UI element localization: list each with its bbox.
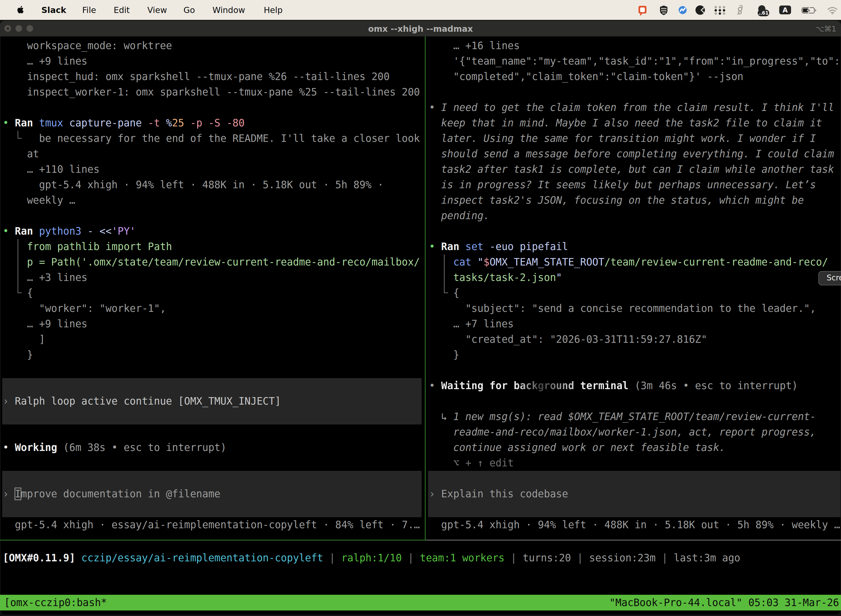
svg-text:A: A	[782, 6, 788, 14]
menu-item-view[interactable]: View	[147, 0, 167, 20]
moon-circle-icon[interactable]	[695, 5, 705, 15]
terminal-row: ↳ 1 new msg(s): read $OMX_TEAM_STATE_ROO…	[429, 409, 816, 424]
terminal-row: • Ran tmux capture-pane -t %25 -p -S -80	[3, 115, 245, 131]
terminal-row: • Ran set -euo pipefail	[429, 239, 568, 254]
terminal-row: p = Path('.omx/state/team/review-current…	[3, 254, 420, 270]
terminal-row: later. Using the same for transition mig…	[429, 131, 816, 146]
omx-status-line: [OMX#0.11.9] cczip/essay/ai-reimplementa…	[3, 550, 740, 566]
terminal-row: inspect_worker-1: omx sparkshell --tmux-…	[3, 84, 420, 100]
terminal-row: … +9 lines	[3, 54, 88, 69]
terminal-row: inspect_hud: omx sparkshell --tmux-pane …	[3, 69, 390, 84]
window-title: omx --xhigh --madmax	[0, 21, 841, 37]
tooltip-label: Scre	[827, 273, 841, 282]
pane-border-right	[425, 540, 841, 540]
terminal-row: pending.	[429, 208, 489, 224]
terminal-row: workspace_mode: worktree	[3, 38, 172, 54]
terminal-row: "worker": "worker-1",	[3, 301, 166, 316]
terminal-row: ]	[3, 332, 45, 347]
svg-text:..61: ..61	[759, 10, 769, 16]
wifi-icon[interactable]	[828, 7, 837, 14]
menu-item-file[interactable]: File	[82, 0, 96, 20]
desktop: Slack File Edit View Go Window Help	[0, 0, 841, 616]
dots-grid-icon[interactable]	[714, 6, 725, 15]
terminal-row: inspect task2's JSON, focusing on the st…	[429, 193, 804, 208]
battery-charging-icon[interactable]	[801, 7, 816, 13]
menu-bar: Slack File Edit View Go Window Help	[0, 0, 841, 20]
terminal-row: "created_at": "2026-03-31T11:59:27.816Z"	[429, 332, 707, 347]
terminal-row: … +110 lines	[3, 162, 100, 177]
terminal-row: … +3 lines	[3, 270, 88, 285]
menu-item-window[interactable]: Window	[212, 0, 245, 20]
terminal-row: '{"team_name":"my-team","task_id":"1","f…	[429, 54, 840, 69]
terminal-row: weekly …	[3, 193, 75, 208]
terminal-row: is in progress? It seems likely but perh…	[429, 177, 816, 193]
terminal-row: {	[3, 285, 33, 301]
tmux-host-clock: "MacBook-Pro-44.local" 05:03 31-Mar-26	[609, 595, 839, 610]
terminal-row: keep that in mind. Maybe I also need the…	[429, 115, 822, 131]
terminal-row: … +16 lines	[429, 38, 520, 54]
terminal-row: gpt-5.4 xhigh · 94% left · 488K in · 5.1…	[429, 517, 840, 532]
terminal-row: {	[429, 285, 459, 301]
terminal-row: cat "$OMX_TEAM_STATE_ROOT/team/review-cu…	[429, 254, 828, 270]
blue-sync-icon[interactable]	[678, 6, 687, 15]
terminal-row: • Ran python3 - <<'PY'	[3, 224, 136, 239]
terminal-row: be necessary for the end of the README. …	[3, 131, 420, 146]
terminal-row: from pathlib import Path	[3, 239, 172, 254]
terminal-row: • Waiting for background terminal (3m 46…	[429, 378, 798, 393]
terminal-row: readme-and-reco/mailbox/worker-1.json, a…	[429, 424, 816, 440]
dragon-icon[interactable]	[736, 5, 744, 15]
terminal-row: • Working (6m 38s • esc to interrupt)	[3, 440, 227, 455]
input-source-key[interactable]: A	[779, 6, 791, 14]
tmux-pane-divider[interactable]	[425, 37, 425, 540]
terminal-row: "completed","claim_token":"claim-token"}…	[429, 69, 743, 84]
terminal-window: workspace_mode: worktree … +9 lines insp…	[0, 21, 841, 615]
shield-icon[interactable]	[660, 6, 668, 15]
menu-app-name[interactable]: Slack	[41, 0, 66, 20]
pane-border-left	[0, 540, 425, 540]
terminal-row: at	[3, 146, 39, 162]
terminal-row: • I need to get the claim token from the…	[429, 100, 834, 115]
tmux-session-label: [omx-cczip0:bash*	[4, 595, 107, 610]
terminal-row: tasks/task-2.json"	[429, 270, 562, 285]
terminal-row: should send a message before completing …	[429, 146, 834, 162]
chat-app-icon[interactable]	[638, 5, 647, 16]
terminal-row: gpt-5.4 xhigh · 94% left · 488K in · 5.1…	[3, 177, 384, 193]
apple-menu-icon[interactable]	[17, 6, 24, 14]
terminal-row: › Explain this codebase	[429, 486, 568, 502]
terminal-row: … +9 lines	[3, 316, 88, 332]
terminal-row: gpt-5.4 xhigh · essay/ai-reimplementatio…	[3, 517, 420, 532]
menu-item-edit[interactable]: Edit	[114, 0, 130, 20]
terminal-row: task2 after task1 is complete, but can I…	[429, 162, 834, 177]
battery-percent-badge[interactable]: ..61	[757, 5, 769, 17]
terminal-row: }	[429, 347, 459, 363]
terminal-row: … +7 lines	[429, 316, 514, 332]
terminal-row: "subject": "send a concise recommendatio…	[429, 301, 816, 316]
terminal-row: › Ralph loop active continue [OMX_TMUX_I…	[3, 393, 281, 409]
terminal-row: continue assigned work or next feasible …	[429, 440, 725, 455]
terminal-row: }	[3, 347, 33, 363]
window-shortcut-badge: ⌥⌘1	[816, 21, 836, 37]
screen-tooltip: Scre	[818, 271, 841, 285]
terminal-row: › Improve documentation in @filename	[3, 486, 220, 502]
terminal-row: ⌥ + ↑ edit	[429, 455, 514, 471]
menu-item-go[interactable]: Go	[183, 0, 195, 20]
menu-item-help[interactable]: Help	[264, 0, 283, 20]
